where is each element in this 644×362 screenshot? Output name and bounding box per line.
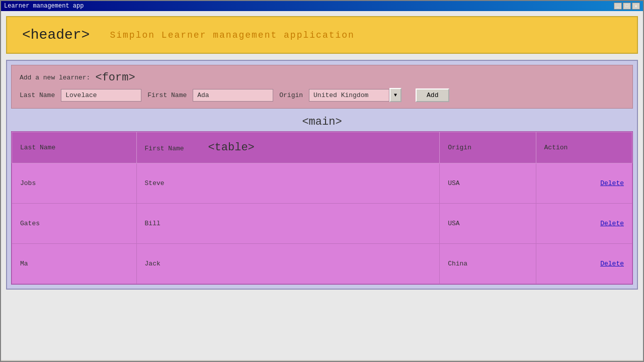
window-title: Learner management app bbox=[4, 3, 84, 10]
first-name-label: First Name bbox=[147, 92, 187, 99]
cell-origin: USA bbox=[440, 204, 536, 244]
last-name-input[interactable] bbox=[61, 89, 141, 102]
window-content: <header> Simplon Learner management appl… bbox=[1, 11, 643, 360]
main-content: <main> Last Name First Name <table> Orig bbox=[11, 113, 633, 285]
add-button[interactable]: Add bbox=[416, 88, 449, 102]
first-name-input[interactable] bbox=[193, 89, 273, 102]
cell-last-name: Ma bbox=[12, 244, 137, 284]
delete-button[interactable]: Delete bbox=[600, 179, 624, 187]
cell-first-name: Bill bbox=[136, 204, 440, 244]
cell-last-name: Gates bbox=[12, 204, 137, 244]
window: Learner management app _ □ ✕ <header> Si… bbox=[0, 0, 644, 362]
col-last-name: Last Name bbox=[12, 132, 137, 163]
cell-first-name: Steve bbox=[136, 163, 440, 204]
form-tag: <form> bbox=[95, 71, 135, 84]
main-section: Add a new learner: <form> Last Name Firs… bbox=[6, 60, 638, 290]
cell-action: Delete bbox=[536, 204, 632, 244]
form-section: Add a new learner: <form> Last Name Firs… bbox=[11, 65, 633, 109]
select-arrow-icon[interactable]: ▼ bbox=[389, 88, 401, 102]
header-section: <header> Simplon Learner management appl… bbox=[6, 16, 638, 54]
form-row: Last Name First Name Origin United Kingd… bbox=[20, 88, 624, 102]
col-origin: Origin bbox=[440, 132, 536, 163]
minimize-button[interactable]: _ bbox=[614, 3, 622, 10]
cell-action: Delete bbox=[536, 163, 632, 204]
origin-label: Origin bbox=[279, 92, 303, 99]
origin-select[interactable]: United Kingdom USA China France Germany … bbox=[309, 89, 389, 102]
title-bar-buttons: _ □ ✕ bbox=[614, 3, 640, 10]
cell-origin: USA bbox=[440, 163, 536, 204]
table-header-row: Last Name First Name <table> Origin Acti… bbox=[12, 132, 632, 163]
table-row: GatesBillUSADelete bbox=[12, 204, 632, 244]
delete-button[interactable]: Delete bbox=[600, 260, 624, 267]
table-section: Last Name First Name <table> Origin Acti… bbox=[11, 131, 633, 285]
cell-action: Delete bbox=[536, 244, 632, 284]
col-action: Action bbox=[536, 132, 632, 163]
learners-table: Last Name First Name <table> Origin Acti… bbox=[12, 132, 632, 284]
cell-last-name: Jobs bbox=[12, 163, 137, 204]
table-row: JobsSteveUSADelete bbox=[12, 163, 632, 204]
first-name-header-text: First Name bbox=[145, 145, 184, 152]
delete-button[interactable]: Delete bbox=[600, 220, 624, 227]
main-tag: <main> bbox=[11, 113, 633, 131]
col-first-name: First Name <table> bbox=[136, 132, 440, 163]
cell-first-name: Jack bbox=[136, 244, 440, 284]
header-tag: <header> bbox=[22, 27, 90, 43]
table-row: MaJackChinaDelete bbox=[12, 244, 632, 284]
origin-select-wrapper: United Kingdom USA China France Germany … bbox=[309, 88, 401, 102]
form-new-learner-label: Add a new learner: bbox=[20, 74, 90, 81]
cell-origin: China bbox=[440, 244, 536, 284]
header-subtitle: Simplon Learner management application bbox=[110, 30, 354, 40]
maximize-button[interactable]: □ bbox=[623, 3, 631, 10]
form-label-row: Add a new learner: <form> bbox=[20, 71, 624, 84]
table-tag: <table> bbox=[208, 141, 254, 154]
title-bar: Learner management app _ □ ✕ bbox=[1, 1, 643, 11]
last-name-label: Last Name bbox=[20, 92, 55, 99]
close-button[interactable]: ✕ bbox=[632, 3, 640, 10]
